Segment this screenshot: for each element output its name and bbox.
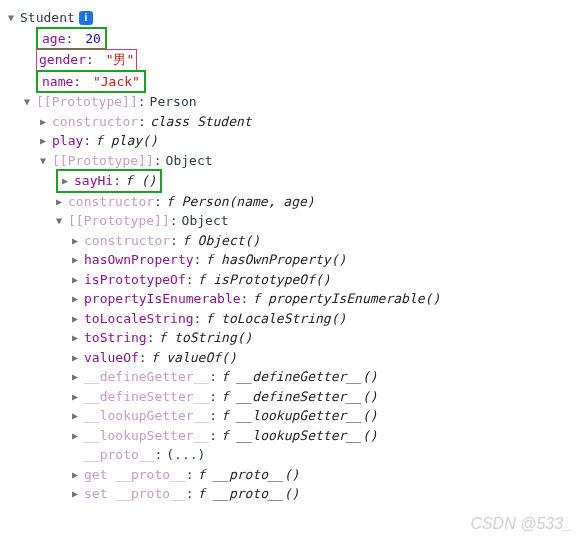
prop-value: "Jack" bbox=[93, 74, 140, 89]
prop-key: set __proto__ bbox=[84, 484, 186, 504]
prop-age-row[interactable]: age: 20 bbox=[8, 28, 578, 50]
prop-key: age bbox=[42, 31, 65, 46]
method-row[interactable]: __defineSetter__:f __defineSetter__() bbox=[8, 387, 578, 407]
function-name: Object() bbox=[198, 231, 261, 251]
function-f-icon: f bbox=[166, 192, 174, 212]
function-f-icon: f bbox=[205, 250, 213, 270]
prop-key: get __proto__ bbox=[84, 465, 186, 485]
function-name: play() bbox=[111, 131, 158, 151]
prop-key: play bbox=[52, 131, 83, 151]
prop-name-row[interactable]: name: "Jack" bbox=[8, 71, 578, 93]
function-f-icon: f bbox=[158, 328, 166, 348]
function-name: __defineSetter__() bbox=[237, 387, 378, 407]
function-f-icon: f bbox=[205, 309, 213, 329]
object-tree: Student i age: 20 gender: "男" name: "Jac… bbox=[8, 8, 578, 504]
root-row[interactable]: Student i bbox=[8, 8, 578, 28]
expand-arrow-icon[interactable] bbox=[40, 133, 50, 148]
prop-key: __defineSetter__ bbox=[84, 387, 209, 407]
expand-arrow-icon[interactable] bbox=[40, 153, 50, 168]
prop-key: __lookupGetter__ bbox=[84, 406, 209, 426]
expand-arrow-icon[interactable] bbox=[72, 330, 82, 345]
function-name: __defineGetter__() bbox=[237, 367, 378, 387]
prop-key: __proto__ bbox=[84, 445, 154, 465]
method-row[interactable]: isPrototypeOf:f isPrototypeOf() bbox=[8, 270, 578, 290]
function-f-icon: f bbox=[221, 406, 229, 426]
accessor-row[interactable]: get __proto__:f __proto__() bbox=[8, 465, 578, 485]
expand-arrow-icon[interactable] bbox=[40, 114, 50, 129]
constructor-person-row[interactable]: constructor: f Person(name, age) bbox=[8, 192, 578, 212]
prop-key: constructor bbox=[84, 231, 170, 251]
function-f-icon: f bbox=[221, 426, 229, 446]
sayhi-row[interactable]: sayHi: f () bbox=[8, 170, 578, 192]
expand-arrow-icon[interactable] bbox=[72, 369, 82, 384]
function-name: Person(name, age) bbox=[182, 192, 315, 212]
prop-gender-row[interactable]: gender: "男" bbox=[8, 49, 578, 71]
expand-arrow-icon[interactable] bbox=[72, 467, 82, 482]
constructor-row[interactable]: constructor: class Student bbox=[8, 112, 578, 132]
info-icon[interactable]: i bbox=[79, 11, 93, 25]
expand-arrow-icon[interactable] bbox=[72, 486, 82, 501]
prop-value: class Student bbox=[150, 112, 252, 132]
class-name: Student bbox=[20, 8, 75, 28]
proto-accessor-row[interactable]: __proto__: (...) bbox=[8, 445, 578, 465]
expand-arrow-icon[interactable] bbox=[72, 291, 82, 306]
expand-arrow-icon[interactable] bbox=[62, 173, 72, 188]
expand-arrow-icon[interactable] bbox=[56, 213, 66, 228]
function-name: toString() bbox=[174, 328, 252, 348]
expand-arrow-icon[interactable] bbox=[72, 350, 82, 365]
expand-arrow-icon[interactable] bbox=[24, 94, 34, 109]
method-row[interactable]: toLocaleString:f toLocaleString() bbox=[8, 309, 578, 329]
method-row[interactable]: valueOf:f valueOf() bbox=[8, 348, 578, 368]
method-row[interactable]: toString:f toString() bbox=[8, 328, 578, 348]
expand-arrow-icon[interactable] bbox=[56, 194, 66, 209]
function-f-icon: f bbox=[198, 465, 206, 485]
prototype-object2-row[interactable]: [[Prototype]]: Object bbox=[8, 211, 578, 231]
function-f-icon: f bbox=[198, 484, 206, 504]
prop-key: toLocaleString bbox=[84, 309, 194, 329]
method-row[interactable]: constructor:f Object() bbox=[8, 231, 578, 251]
prototype-label: [[Prototype]] bbox=[52, 151, 154, 171]
function-name: __proto__() bbox=[213, 484, 299, 504]
method-row[interactable]: __lookupGetter__:f __lookupGetter__() bbox=[8, 406, 578, 426]
prototype-person-row[interactable]: [[Prototype]]: Person bbox=[8, 92, 578, 112]
expand-arrow-icon[interactable] bbox=[72, 389, 82, 404]
function-name: propertyIsEnumerable() bbox=[268, 289, 440, 309]
prop-key: __defineGetter__ bbox=[84, 367, 209, 387]
prop-key: toString bbox=[84, 328, 147, 348]
prop-key: constructor bbox=[52, 112, 138, 132]
function-f-icon: f bbox=[182, 231, 190, 251]
prototype-value: Person bbox=[150, 92, 197, 112]
prototype-label: [[Prototype]] bbox=[36, 92, 138, 112]
method-row[interactable]: __lookupSetter__:f __lookupSetter__() bbox=[8, 426, 578, 446]
prop-key: sayHi bbox=[74, 171, 113, 191]
expand-arrow-icon[interactable] bbox=[72, 428, 82, 443]
expand-arrow-icon[interactable] bbox=[8, 10, 18, 25]
prop-key: __lookupSetter__ bbox=[84, 426, 209, 446]
method-row[interactable]: __defineGetter__:f __defineGetter__() bbox=[8, 367, 578, 387]
prototype-object-row[interactable]: [[Prototype]]: Object bbox=[8, 151, 578, 171]
function-name: toLocaleString() bbox=[221, 309, 346, 329]
function-name: __lookupSetter__() bbox=[237, 426, 378, 446]
method-row[interactable]: hasOwnProperty:f hasOwnProperty() bbox=[8, 250, 578, 270]
expand-arrow-icon[interactable] bbox=[72, 408, 82, 423]
expand-arrow-icon[interactable] bbox=[72, 311, 82, 326]
prop-key: valueOf bbox=[84, 348, 139, 368]
expand-arrow-icon[interactable] bbox=[72, 233, 82, 248]
function-f-icon: f bbox=[221, 367, 229, 387]
function-f-icon: f bbox=[252, 289, 260, 309]
method-row[interactable]: propertyIsEnumerable:f propertyIsEnumera… bbox=[8, 289, 578, 309]
prototype-value: Object bbox=[182, 211, 229, 231]
function-name: isPrototypeOf() bbox=[213, 270, 330, 290]
play-row[interactable]: play: f play() bbox=[8, 131, 578, 151]
function-name: hasOwnProperty() bbox=[221, 250, 346, 270]
function-f-icon: f bbox=[125, 171, 133, 191]
function-f-icon: f bbox=[221, 387, 229, 407]
prop-key: propertyIsEnumerable bbox=[84, 289, 241, 309]
prop-value: (...) bbox=[166, 445, 205, 465]
prototype-value: Object bbox=[166, 151, 213, 171]
prop-key: gender bbox=[39, 52, 86, 67]
expand-arrow-icon[interactable] bbox=[72, 272, 82, 287]
prop-key: hasOwnProperty bbox=[84, 250, 194, 270]
accessor-row[interactable]: set __proto__:f __proto__() bbox=[8, 484, 578, 504]
expand-arrow-icon[interactable] bbox=[72, 252, 82, 267]
